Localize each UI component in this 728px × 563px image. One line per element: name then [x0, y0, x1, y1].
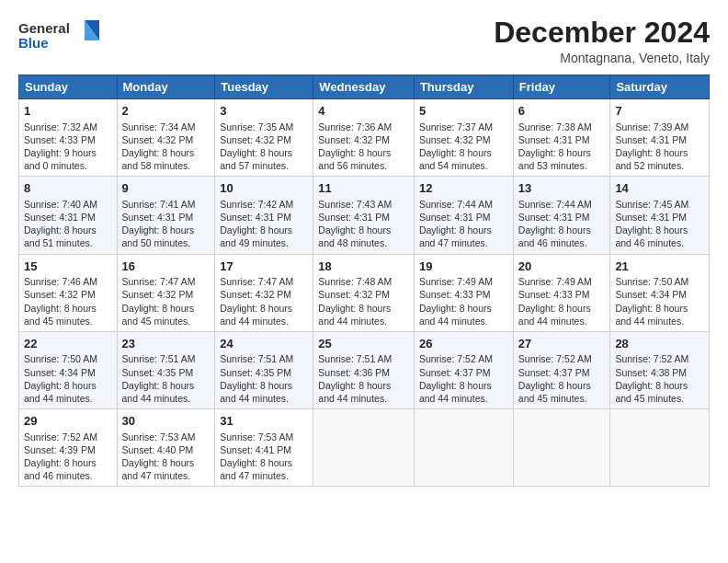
day-number: 28 — [615, 336, 704, 352]
weekday-header-friday: Friday — [513, 75, 610, 99]
day-info: Sunrise: 7:43 AMSunset: 4:31 PMDaylight:… — [318, 198, 409, 250]
day-number: 8 — [24, 180, 112, 197]
day-number: 12 — [419, 180, 508, 197]
calendar-cell: 9Sunrise: 7:41 AMSunset: 4:31 PMDaylight… — [117, 177, 215, 254]
calendar-cell: 11Sunrise: 7:43 AMSunset: 4:31 PMDayligh… — [313, 177, 415, 254]
day-info: Sunrise: 7:44 AMSunset: 4:31 PMDaylight:… — [518, 198, 606, 250]
calendar-cell: 28Sunrise: 7:52 AMSunset: 4:38 PMDayligh… — [610, 331, 710, 408]
day-info: Sunrise: 7:48 AMSunset: 4:32 PMDaylight:… — [318, 275, 409, 327]
page: General Blue December 2024 Montagnana, V… — [0, 0, 728, 563]
day-info: Sunrise: 7:52 AMSunset: 4:37 PMDaylight:… — [518, 352, 606, 405]
day-info: Sunrise: 7:41 AMSunset: 4:31 PMDaylight:… — [122, 198, 210, 250]
calendar-cell: 20Sunrise: 7:49 AMSunset: 4:33 PMDayligh… — [513, 254, 610, 331]
calendar-cell: 7Sunrise: 7:39 AMSunset: 4:31 PMDaylight… — [610, 99, 710, 177]
logo-text: General Blue — [18, 17, 101, 59]
svg-text:Blue: Blue — [18, 35, 49, 51]
day-info: Sunrise: 7:51 AMSunset: 4:35 PMDaylight:… — [122, 352, 210, 405]
calendar-cell: 13Sunrise: 7:44 AMSunset: 4:31 PMDayligh… — [513, 177, 610, 254]
day-info: Sunrise: 7:45 AMSunset: 4:31 PMDaylight:… — [615, 198, 704, 250]
calendar-cell: 27Sunrise: 7:52 AMSunset: 4:37 PMDayligh… — [513, 331, 610, 408]
day-number: 11 — [318, 180, 409, 197]
calendar-cell: 12Sunrise: 7:44 AMSunset: 4:31 PMDayligh… — [414, 177, 513, 254]
calendar-cell: 16Sunrise: 7:47 AMSunset: 4:32 PMDayligh… — [117, 254, 215, 331]
calendar-cell: 25Sunrise: 7:51 AMSunset: 4:36 PMDayligh… — [313, 331, 415, 408]
day-number: 18 — [318, 259, 409, 275]
weekday-header-wednesday: Wednesday — [313, 75, 415, 99]
calendar-cell: 3Sunrise: 7:35 AMSunset: 4:32 PMDaylight… — [215, 99, 313, 177]
day-info: Sunrise: 7:46 AMSunset: 4:32 PMDaylight:… — [24, 275, 112, 327]
calendar-cell: 26Sunrise: 7:52 AMSunset: 4:37 PMDayligh… — [414, 331, 513, 408]
calendar-cell: 18Sunrise: 7:48 AMSunset: 4:32 PMDayligh… — [313, 254, 415, 331]
weekday-header-thursday: Thursday — [414, 75, 513, 99]
day-number: 13 — [518, 180, 606, 197]
day-info: Sunrise: 7:53 AMSunset: 4:41 PMDaylight:… — [220, 431, 308, 483]
calendar-cell — [513, 409, 610, 487]
calendar-week-3: 15Sunrise: 7:46 AMSunset: 4:32 PMDayligh… — [19, 254, 710, 331]
day-number: 16 — [122, 259, 210, 275]
calendar-cell: 17Sunrise: 7:47 AMSunset: 4:32 PMDayligh… — [215, 254, 313, 331]
weekday-header-monday: Monday — [117, 75, 215, 99]
calendar-cell — [313, 409, 415, 487]
day-number: 15 — [24, 259, 112, 275]
weekday-header-row: SundayMondayTuesdayWednesdayThursdayFrid… — [19, 75, 710, 99]
day-info: Sunrise: 7:53 AMSunset: 4:40 PMDaylight:… — [122, 431, 210, 483]
calendar-table: SundayMondayTuesdayWednesdayThursdayFrid… — [18, 75, 710, 487]
weekday-header-saturday: Saturday — [610, 75, 710, 99]
day-info: Sunrise: 7:52 AMSunset: 4:39 PMDaylight:… — [24, 431, 112, 483]
day-number: 20 — [518, 259, 606, 275]
calendar-cell: 4Sunrise: 7:36 AMSunset: 4:32 PMDaylight… — [313, 99, 415, 177]
day-number: 10 — [220, 180, 308, 197]
calendar-cell: 21Sunrise: 7:50 AMSunset: 4:34 PMDayligh… — [610, 254, 710, 331]
month-title: December 2024 — [494, 17, 710, 49]
day-info: Sunrise: 7:47 AMSunset: 4:32 PMDaylight:… — [220, 275, 308, 327]
day-number: 4 — [318, 103, 409, 120]
calendar-cell: 29Sunrise: 7:52 AMSunset: 4:39 PMDayligh… — [19, 409, 118, 487]
calendar-cell: 14Sunrise: 7:45 AMSunset: 4:31 PMDayligh… — [610, 177, 710, 254]
day-number: 5 — [419, 103, 508, 120]
day-info: Sunrise: 7:34 AMSunset: 4:32 PMDaylight:… — [122, 121, 210, 173]
day-number: 29 — [24, 413, 112, 430]
day-number: 25 — [318, 336, 409, 352]
day-info: Sunrise: 7:39 AMSunset: 4:31 PMDaylight:… — [615, 121, 704, 173]
day-number: 2 — [122, 103, 210, 120]
calendar-cell — [610, 409, 710, 487]
day-number: 31 — [220, 413, 308, 430]
day-info: Sunrise: 7:49 AMSunset: 4:33 PMDaylight:… — [419, 275, 508, 327]
day-info: Sunrise: 7:38 AMSunset: 4:31 PMDaylight:… — [518, 121, 606, 173]
day-info: Sunrise: 7:51 AMSunset: 4:35 PMDaylight:… — [220, 352, 308, 405]
calendar-week-2: 8Sunrise: 7:40 AMSunset: 4:31 PMDaylight… — [19, 177, 710, 254]
calendar-cell: 23Sunrise: 7:51 AMSunset: 4:35 PMDayligh… — [117, 331, 215, 408]
day-number: 21 — [615, 259, 704, 275]
calendar-cell: 2Sunrise: 7:34 AMSunset: 4:32 PMDaylight… — [117, 99, 215, 177]
day-info: Sunrise: 7:49 AMSunset: 4:33 PMDaylight:… — [518, 275, 606, 327]
day-number: 26 — [419, 336, 508, 352]
day-info: Sunrise: 7:50 AMSunset: 4:34 PMDaylight:… — [615, 275, 704, 327]
day-number: 23 — [122, 336, 210, 352]
day-info: Sunrise: 7:40 AMSunset: 4:31 PMDaylight:… — [24, 198, 112, 250]
calendar-cell: 30Sunrise: 7:53 AMSunset: 4:40 PMDayligh… — [117, 409, 215, 487]
day-info: Sunrise: 7:47 AMSunset: 4:32 PMDaylight:… — [122, 275, 210, 327]
day-number: 30 — [122, 413, 210, 430]
day-number: 1 — [24, 103, 112, 120]
weekday-header-sunday: Sunday — [19, 75, 118, 99]
day-number: 7 — [615, 103, 704, 120]
svg-text:General: General — [18, 20, 70, 36]
calendar-cell: 8Sunrise: 7:40 AMSunset: 4:31 PMDaylight… — [19, 177, 118, 254]
calendar-week-5: 29Sunrise: 7:52 AMSunset: 4:39 PMDayligh… — [19, 409, 710, 487]
day-number: 9 — [122, 180, 210, 197]
day-info: Sunrise: 7:32 AMSunset: 4:33 PMDaylight:… — [24, 121, 112, 173]
day-number: 3 — [220, 103, 308, 120]
calendar-cell: 22Sunrise: 7:50 AMSunset: 4:34 PMDayligh… — [19, 331, 118, 408]
day-info: Sunrise: 7:36 AMSunset: 4:32 PMDaylight:… — [318, 121, 409, 173]
day-number: 19 — [419, 259, 508, 275]
day-info: Sunrise: 7:35 AMSunset: 4:32 PMDaylight:… — [220, 121, 308, 173]
calendar-cell: 31Sunrise: 7:53 AMSunset: 4:41 PMDayligh… — [215, 409, 313, 487]
day-info: Sunrise: 7:42 AMSunset: 4:31 PMDaylight:… — [220, 198, 308, 250]
day-info: Sunrise: 7:51 AMSunset: 4:36 PMDaylight:… — [318, 352, 409, 405]
header: General Blue December 2024 Montagnana, V… — [18, 17, 710, 65]
day-info: Sunrise: 7:52 AMSunset: 4:37 PMDaylight:… — [419, 352, 508, 405]
day-info: Sunrise: 7:50 AMSunset: 4:34 PMDaylight:… — [24, 352, 112, 405]
weekday-header-tuesday: Tuesday — [215, 75, 313, 99]
calendar-cell: 24Sunrise: 7:51 AMSunset: 4:35 PMDayligh… — [215, 331, 313, 408]
day-number: 17 — [220, 259, 308, 275]
